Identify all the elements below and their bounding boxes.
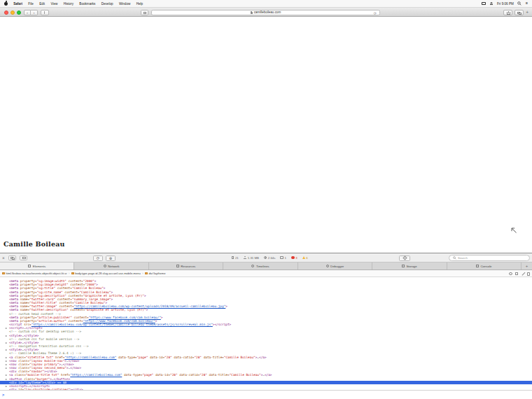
disclosure-triangle-icon[interactable] (6, 349, 7, 351)
show-tabs-button[interactable] (514, 10, 524, 16)
console-tab-icon (476, 265, 479, 267)
notification-center-icon[interactable]: ≡ (526, 1, 528, 6)
token: data-title= (207, 373, 230, 377)
disclosure-triangle-icon[interactable] (6, 357, 7, 358)
spotlight-icon[interactable] (517, 1, 522, 6)
inspector-reload-button[interactable]: ⟳ (93, 255, 103, 261)
network-tab-icon (104, 265, 106, 267)
menu-edit[interactable]: Edit (36, 2, 48, 6)
disclosure-triangle-icon[interactable] (6, 374, 7, 376)
eject-icon[interactable] (490, 2, 493, 6)
disclosure-triangle-icon[interactable] (6, 368, 7, 369)
add-tab-button[interactable]: + (522, 262, 532, 270)
screen: SafariFileEditViewHistoryBookmarksDevelo… (0, 0, 532, 399)
tab-debugger[interactable]: Debugger (298, 262, 372, 270)
menu-file[interactable]: File (25, 2, 36, 6)
details-sidebar-icon[interactable] (527, 272, 530, 276)
breadcrumb: html.flexbox.no-touchevents.objectfit.ob… (0, 270, 532, 277)
disclosure-triangle-icon[interactable] (6, 364, 7, 365)
error-icon (291, 256, 295, 260)
tab-label: Elements (33, 265, 46, 268)
element-picker-button[interactable]: ⊕ (106, 255, 115, 261)
badge-text: 2.64s (268, 256, 276, 260)
tab-label: Timelines (256, 265, 270, 268)
dock-side-icon[interactable] (20, 255, 27, 260)
forward-button[interactable]: › (31, 10, 38, 15)
site-title[interactable]: Camille Boileau (4, 240, 65, 248)
breadcrumb-item[interactable]: div#laytheme (145, 272, 165, 275)
breadcrumb-item[interactable]: html.flexbox.no-touchevents.objectfit.ob… (2, 272, 67, 275)
token: "page" (142, 373, 153, 377)
mouse-cursor (510, 226, 518, 234)
badge-text: 21 (235, 256, 239, 260)
tab-elements[interactable]: Elements (0, 262, 74, 270)
inspector-tab-bar: ElementsNetworkResourcesTimelinesDebugge… (0, 262, 532, 270)
compute-icon[interactable] (509, 272, 512, 275)
token: > (161, 316, 163, 319)
crumb-right-icons (509, 270, 530, 277)
new-tab-button[interactable]: + (526, 10, 528, 15)
share-button[interactable] (503, 10, 512, 16)
token: data-catid= (172, 356, 195, 359)
disclosure-triangle-icon[interactable] (6, 379, 7, 380)
undock-icon[interactable] (8, 255, 16, 260)
quick-console[interactable]: > (0, 390, 532, 399)
resources-tab-icon (176, 265, 179, 267)
menu-help[interactable]: Help (133, 2, 146, 6)
badge-download[interactable]: 1.31 MB (244, 256, 259, 260)
menu-window[interactable]: Window (116, 2, 134, 6)
badge-text: 1.31 MB (248, 256, 259, 260)
back-button[interactable]: ‹ (24, 10, 31, 15)
tab-storage[interactable]: Storage (372, 262, 447, 270)
warning-icon (302, 256, 305, 259)
zoom-window-button[interactable] (17, 10, 21, 15)
grid-overlay-icon[interactable] (515, 272, 519, 276)
settings-button[interactable] (399, 255, 410, 261)
tab-console[interactable]: Console (447, 262, 522, 270)
clock-icon (264, 256, 267, 259)
tab-resources[interactable]: Resources (149, 262, 223, 270)
sidebar-toggle-button[interactable] (41, 10, 49, 15)
badge-log[interactable]: 1 (280, 256, 286, 260)
menu-history[interactable]: History (60, 2, 76, 6)
token: data-type= (122, 373, 142, 377)
minimize-window-button[interactable] (10, 10, 15, 15)
clock-text[interactable]: Fri 9:06 PM (497, 2, 514, 6)
disclosure-triangle-icon[interactable] (6, 342, 7, 344)
apple-menu-icon[interactable] (4, 1, 8, 6)
menu-bookmarks[interactable]: Bookmarks (76, 2, 98, 6)
token: > (146, 308, 148, 312)
display-icon[interactable] (482, 2, 486, 6)
badge-warning[interactable]: 6 (302, 256, 308, 260)
disclosure-triangle-icon[interactable] (6, 328, 7, 329)
token: "Camille Boileau" (230, 373, 261, 377)
badge-clock[interactable]: 2.64s (264, 256, 276, 260)
toolbar-right: + (503, 10, 528, 16)
reload-icon[interactable]: ⟳ (374, 11, 377, 15)
address-bar[interactable]: camilleboileau.com ⟳ (151, 10, 380, 16)
dom-tree: <meta property="og:image:width" content=… (0, 279, 532, 390)
menu-safari[interactable]: Safari (10, 2, 25, 6)
token: data-id= (153, 373, 170, 377)
disclosure-triangle-icon[interactable] (6, 360, 7, 362)
tab-network[interactable]: Network (74, 262, 148, 270)
badge-text: 3 (295, 256, 297, 260)
menu-develop[interactable]: Develop (99, 2, 116, 6)
edit-icon[interactable] (521, 272, 524, 276)
element-icon (2, 272, 5, 275)
tab-label: Debugger (330, 265, 344, 268)
breadcrumb-item[interactable]: body.type-page.id-28.slug-accueil.use-mo… (71, 272, 141, 275)
tab-timelines[interactable]: Timelines (223, 262, 298, 270)
token: > (111, 298, 113, 301)
menu-view[interactable]: View (48, 2, 60, 6)
badge-error[interactable]: 3 (291, 256, 298, 260)
badge-doc[interactable]: 21 (232, 256, 239, 260)
disclosure-triangle-icon[interactable] (6, 335, 7, 337)
disclosure-triangle-icon[interactable] (6, 386, 7, 387)
inspector-search-input[interactable]: Search (449, 255, 530, 261)
token: > (144, 294, 146, 298)
close-inspector-button[interactable]: × (2, 255, 5, 261)
token: "Camille Boileau" (224, 356, 255, 359)
close-window-button[interactable] (4, 10, 8, 15)
extension-icon[interactable] (141, 10, 148, 15)
